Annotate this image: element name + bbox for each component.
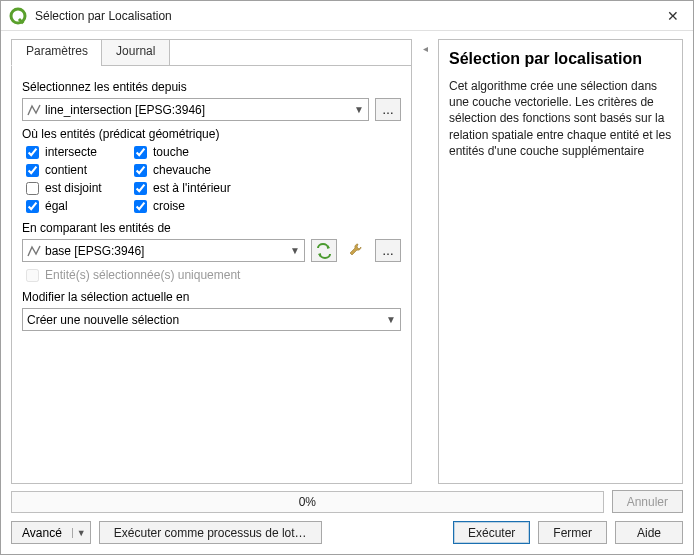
help-text: Cet algorithme crée une sélection dans u… — [449, 78, 672, 159]
app-icon — [9, 7, 27, 25]
run-button[interactable]: Exécuter — [453, 521, 530, 544]
help-button[interactable]: Aide — [615, 521, 683, 544]
close-button[interactable]: Fermer — [538, 521, 607, 544]
check-contains[interactable]: contient — [26, 163, 126, 177]
progress-text: 0% — [299, 495, 316, 509]
progress-bar: 0% — [11, 491, 604, 513]
footer: Avancé ▼ Exécuter comme processus de lot… — [1, 515, 693, 554]
modify-value: Créer une nouvelle sélection — [27, 313, 386, 327]
check-disjoint[interactable]: est disjoint — [26, 181, 126, 195]
chevron-down-icon-2: ▼ — [290, 245, 300, 256]
check-touches-input[interactable] — [134, 146, 147, 159]
titlebar: Sélection par Localisation ✕ — [1, 1, 693, 31]
check-equals-input[interactable] — [26, 200, 39, 213]
compare-from-combo[interactable]: base [EPSG:3946] ▼ — [22, 239, 305, 262]
check-within-input[interactable] — [134, 182, 147, 195]
check-selected-only: Entité(s) sélectionnée(s) uniquement — [26, 268, 401, 282]
chevron-down-icon: ▼ — [354, 104, 364, 115]
dialog-window: Sélection par Localisation ✕ Paramètres … — [0, 0, 694, 555]
progress-area: 0% Annuler — [1, 488, 693, 515]
check-disjoint-input[interactable] — [26, 182, 39, 195]
cancel-button[interactable]: Annuler — [612, 490, 683, 513]
help-pane: Sélection par localisation Cet algorithm… — [438, 39, 683, 484]
select-from-more-button[interactable]: … — [375, 98, 401, 121]
label-compare-from: En comparant les entités de — [22, 221, 401, 235]
check-within[interactable]: est à l'intérieur — [134, 181, 401, 195]
check-intersects-input[interactable] — [26, 146, 39, 159]
predicate-grid: intersecte touche contient chevauche est… — [26, 145, 401, 213]
check-intersects[interactable]: intersecte — [26, 145, 126, 159]
modify-combo[interactable]: Créer une nouvelle sélection ▼ — [22, 308, 401, 331]
label-modify: Modifier la sélection actuelle en — [22, 290, 401, 304]
line-layer-icon-2 — [27, 244, 41, 258]
tab-log[interactable]: Journal — [101, 39, 170, 66]
collapse-handle[interactable]: ◂ — [420, 39, 430, 484]
batch-button[interactable]: Exécuter comme processus de lot… — [99, 521, 322, 544]
compare-from-value: base [EPSG:3946] — [45, 244, 290, 258]
advanced-button[interactable]: Avancé ▼ — [11, 521, 91, 544]
label-predicate: Où les entités (prédicat géométrique) — [22, 127, 401, 141]
line-layer-icon — [27, 103, 41, 117]
tab-parameters[interactable]: Paramètres — [11, 39, 103, 66]
check-overlaps[interactable]: chevauche — [134, 163, 401, 177]
help-title: Sélection par localisation — [449, 50, 672, 68]
check-touches[interactable]: touche — [134, 145, 401, 159]
tab-bar: Paramètres Journal — [12, 40, 411, 66]
check-crosses[interactable]: croise — [134, 199, 401, 213]
compare-from-more-button[interactable]: … — [375, 239, 401, 262]
chevron-down-icon-4: ▼ — [72, 528, 90, 538]
select-from-value: line_intersection [EPSG:3946] — [45, 103, 354, 117]
iterate-button[interactable] — [311, 239, 337, 262]
chevron-down-icon-3: ▼ — [386, 314, 396, 325]
label-select-from: Sélectionnez les entités depuis — [22, 80, 401, 94]
tab-parameters-body: Sélectionnez les entités depuis line_int… — [12, 65, 411, 483]
check-selected-only-input — [26, 269, 39, 282]
check-overlaps-input[interactable] — [134, 164, 147, 177]
check-crosses-input[interactable] — [134, 200, 147, 213]
window-title: Sélection par Localisation — [35, 9, 661, 23]
close-icon[interactable]: ✕ — [661, 8, 685, 24]
dialog-body: Paramètres Journal Sélectionnez les enti… — [1, 31, 693, 488]
options-button[interactable] — [343, 239, 369, 262]
left-pane: Paramètres Journal Sélectionnez les enti… — [11, 39, 412, 484]
check-contains-input[interactable] — [26, 164, 39, 177]
check-equals[interactable]: égal — [26, 199, 126, 213]
select-from-combo[interactable]: line_intersection [EPSG:3946] ▼ — [22, 98, 369, 121]
